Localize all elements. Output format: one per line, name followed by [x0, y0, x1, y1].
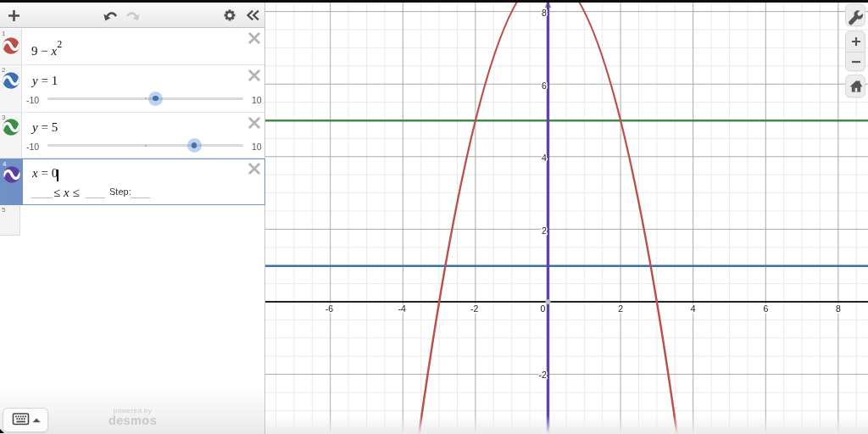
svg-text:-2: -2 — [470, 303, 478, 314]
svg-text:6: 6 — [763, 303, 768, 314]
svg-text:4: 4 — [542, 153, 547, 163]
svg-text:8: 8 — [836, 303, 841, 314]
svg-text:6: 6 — [542, 81, 547, 91]
svg-text:2: 2 — [542, 225, 547, 236]
svg-text:-4: -4 — [398, 303, 405, 314]
svg-text:2: 2 — [618, 303, 623, 314]
svg-text:-2: -2 — [539, 370, 547, 380]
svg-text:4: 4 — [691, 303, 696, 314]
svg-text:8: 8 — [542, 8, 547, 18]
svg-text:-6: -6 — [326, 303, 333, 314]
svg-text:0: 0 — [541, 303, 546, 314]
